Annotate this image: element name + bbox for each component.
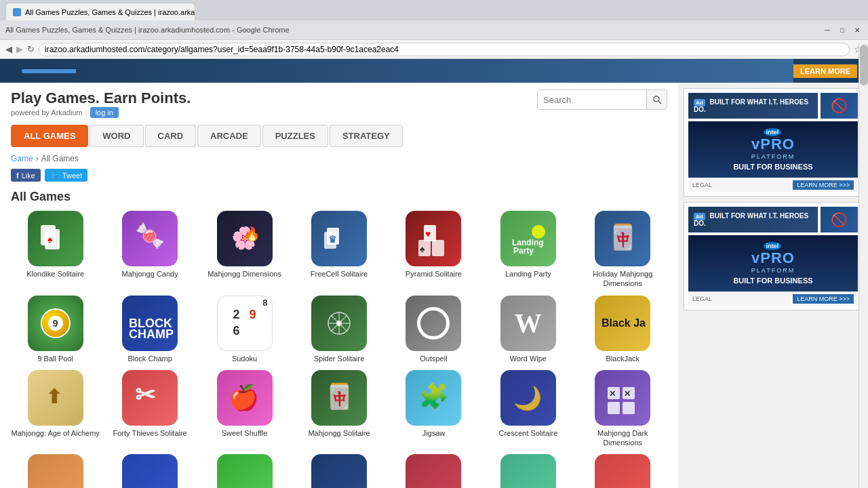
game-item[interactable]: ♠ Klondike Solitaire bbox=[11, 211, 100, 289]
minimize-button[interactable]: ─ bbox=[822, 24, 833, 35]
game-thumbnail: 🍎 bbox=[217, 370, 273, 426]
game-item[interactable]: 9 9 Ball Pool bbox=[11, 296, 100, 363]
tab-all-games[interactable]: ALL GAMES bbox=[11, 125, 88, 147]
game-thumbnail: 🧩 bbox=[406, 370, 461, 426]
game-item[interactable]: BLOCK CHAMP Block Champ bbox=[105, 296, 194, 363]
tab-card[interactable]: CARD bbox=[145, 125, 197, 147]
ad1-learn-more-button[interactable]: LEARN MORE >>> bbox=[793, 180, 854, 190]
games-grid-row2: 9 9 Ball Pool BLOCK CHAMP Block Champ bbox=[11, 296, 667, 363]
powered-by-text: powered by Arkadium bbox=[11, 108, 83, 117]
site-header: Play Games. Earn Points. powered by Arka… bbox=[11, 89, 667, 118]
tab-puzzles[interactable]: PUZZLES bbox=[262, 125, 328, 147]
ad2-main: intel vPRO PLATFORM BUILT FOR BUSINESS bbox=[688, 235, 858, 291]
banner-learn-more-button[interactable]: LEARN MORE bbox=[793, 64, 857, 78]
game-thumbnail: 🌸 🔥 bbox=[217, 211, 273, 266]
ad1-bottom-bar: LEGAL LEARN MORE >>> bbox=[688, 178, 858, 192]
game-item[interactable]: 🍬 Mahjongg Candy bbox=[105, 211, 194, 289]
game-item[interactable]: ♥ ♠ Pyramid Solitaire bbox=[389, 211, 478, 289]
svg-text:🧩: 🧩 bbox=[418, 382, 449, 411]
search-icon bbox=[652, 95, 662, 104]
klondike-icon: ♠ bbox=[35, 218, 76, 259]
game-item[interactable]: ⬆ Mahjongg: Age of Alchemy bbox=[11, 370, 100, 448]
game-item[interactable]: 🌙 Crescent Solitaire bbox=[484, 370, 572, 448]
breadcrumb-game-link[interactable]: Game bbox=[11, 154, 33, 163]
scrollbar[interactable] bbox=[859, 43, 868, 488]
game-name: Jigsaw bbox=[422, 428, 446, 438]
game-item[interactable] bbox=[484, 454, 572, 488]
mahjongg-sol-icon: 🀄 bbox=[319, 378, 359, 418]
game-item[interactable]: Black Jack! BlackJack bbox=[578, 296, 667, 363]
games-grid-row1: ♠ Klondike Solitaire 🍬 Mahjongg Candy bbox=[11, 211, 667, 289]
game-thumbnail bbox=[311, 454, 367, 488]
game-name: Spider Solitaire bbox=[314, 354, 365, 363]
game-thumbnail bbox=[406, 296, 461, 351]
tweet-button[interactable]: 🐦 Tweet bbox=[45, 169, 87, 182]
tab-favicon bbox=[13, 8, 21, 16]
tab-strategy[interactable]: STRATEGY bbox=[330, 125, 403, 147]
search-box bbox=[537, 89, 667, 110]
address-bar-input[interactable] bbox=[39, 43, 850, 56]
log-in-button[interactable]: log in bbox=[90, 107, 119, 118]
svg-text:🍬: 🍬 bbox=[135, 221, 165, 250]
game-thumbnail bbox=[595, 454, 650, 488]
ad1-legal: LEGAL bbox=[692, 182, 712, 188]
social-buttons: f Like 🐦 Tweet bbox=[11, 169, 667, 182]
game-item[interactable]: 🀄 Holiday Mahjongg Dimensions bbox=[578, 211, 667, 289]
svg-text:⬆: ⬆ bbox=[46, 386, 62, 407]
game-item[interactable]: 🀄 Mahjongg Solitaire bbox=[294, 370, 383, 448]
browser-title: All Games Puzzles, Games & Quizzes | ira… bbox=[5, 26, 816, 34]
site-title: Play Games. Earn Points. bbox=[11, 89, 191, 107]
ad1-product: vPRO bbox=[695, 136, 851, 153]
facebook-like-button[interactable]: f Like bbox=[11, 169, 41, 182]
nav-tabs: ALL GAMES WORD CARD ARCADE PUZZLES STRAT… bbox=[11, 125, 667, 147]
ad2-brand: intel bbox=[695, 242, 851, 249]
svg-text:♥: ♥ bbox=[425, 228, 431, 239]
game-item[interactable]: ✕ ✕ Mahjongg Dark Dimensions bbox=[578, 370, 667, 448]
game-name: Forty Thieves Solitaire bbox=[113, 428, 187, 438]
ad1-top-text: BUILT FOR WHAT I.T. HEROES DO. bbox=[694, 98, 808, 113]
refresh-button[interactable]: ↻ bbox=[27, 44, 35, 54]
back-button[interactable]: ◀ bbox=[5, 44, 12, 54]
facebook-icon: f bbox=[16, 171, 19, 180]
game-item[interactable]: ✂ Forty Thieves Solitaire bbox=[105, 370, 194, 448]
svg-text:♛: ♛ bbox=[328, 234, 337, 245]
landing-party-icon: Landing Party bbox=[508, 218, 549, 259]
game-item[interactable] bbox=[389, 454, 478, 488]
ad2-top-text: BUILT FOR WHAT I.T. HEROES DO. bbox=[694, 212, 808, 227]
game-name: Mahjongg Solitaire bbox=[308, 428, 370, 438]
game-item[interactable]: ♛ FreeCell Solitaire bbox=[294, 211, 383, 289]
sweet-shuffle-icon: 🍎 bbox=[224, 378, 265, 418]
game-item[interactable]: Landing Party Landing Party bbox=[484, 211, 572, 289]
game-item[interactable] bbox=[294, 454, 383, 488]
svg-text:✕: ✕ bbox=[609, 389, 616, 399]
forward-button[interactable]: ▶ bbox=[16, 44, 23, 54]
browser-tab[interactable]: All Games Puzzles, Games & Quizzes | ira… bbox=[5, 3, 195, 20]
game-item[interactable] bbox=[200, 454, 289, 488]
maximize-button[interactable]: □ bbox=[837, 24, 848, 35]
game-item[interactable]: W Word Wipe bbox=[484, 296, 572, 363]
ad2-product: vPRO bbox=[695, 249, 851, 267]
game-item[interactable] bbox=[578, 454, 667, 488]
game-item[interactable]: 🍎 Sweet Shuffle bbox=[200, 370, 289, 448]
ad-block-2: Ad BUILT FOR WHAT I.T. HEROES DO. 🚫 inte… bbox=[684, 202, 863, 310]
ad2-learn-more-button[interactable]: LEARN MORE >>> bbox=[793, 294, 854, 304]
game-name: Crescent Solitaire bbox=[498, 428, 557, 438]
game-name: Word Wipe bbox=[510, 354, 547, 363]
game-item[interactable] bbox=[11, 454, 100, 488]
scrollbar-thumb[interactable] bbox=[860, 45, 868, 85]
game-thumbnail: ✂ bbox=[122, 370, 178, 426]
game-item[interactable]: Outspell bbox=[389, 296, 478, 363]
game-name: 9 Ball Pool bbox=[37, 354, 73, 363]
search-input[interactable] bbox=[538, 95, 646, 105]
game-item[interactable]: 🌸 🔥 Mahjongg Dimensions bbox=[200, 211, 289, 289]
game-name: Sudoku bbox=[232, 354, 257, 363]
game-thumbnail: 🀄 bbox=[311, 370, 367, 426]
game-item[interactable]: 🧩 Jigsaw bbox=[389, 370, 478, 448]
close-button[interactable]: ✕ bbox=[852, 24, 863, 35]
tab-word[interactable]: WORD bbox=[90, 125, 143, 147]
game-item[interactable] bbox=[105, 454, 194, 488]
search-button[interactable] bbox=[646, 89, 667, 110]
tab-arcade[interactable]: ARCADE bbox=[197, 125, 261, 147]
game-item[interactable]: Spider Solitaire bbox=[294, 296, 383, 363]
game-item[interactable]: 2 9 6 8 Sudoku bbox=[200, 296, 289, 363]
